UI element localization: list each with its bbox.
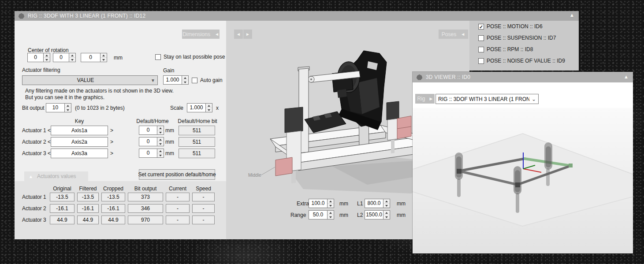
rig-selector-dropdown[interactable]: RIG :: 3DOF WITH 3 LINEAR (1 FRONT) :: I…	[436, 94, 539, 104]
viewer-3d-render[interactable]	[413, 108, 633, 253]
middle-annotation-label: Middle	[248, 173, 261, 178]
table-cell: -13.5	[101, 193, 125, 201]
checkbox-box[interactable]	[155, 54, 161, 60]
table-cell: -	[166, 193, 190, 201]
key-header: Key	[51, 118, 108, 124]
col-filtered: Filtered	[77, 186, 99, 192]
actuators-values-tab[interactable]: ▲ Actuators values	[24, 171, 88, 181]
spinner-down[interactable]	[101, 57, 107, 62]
spinner-down[interactable]	[328, 203, 334, 208]
pose-item-rpm[interactable]: POSE :: RPM :: ID8	[478, 46, 533, 52]
spinner-down[interactable]	[182, 80, 188, 84]
checkbox-box[interactable]	[478, 35, 484, 41]
auto-gain-checkbox[interactable]: Auto gain	[192, 77, 223, 83]
table-cell: 970	[128, 216, 163, 224]
collapse-icon[interactable]: ▲	[624, 74, 629, 79]
spinner-down[interactable]	[157, 141, 164, 146]
l1-unit: mm	[397, 201, 406, 207]
actuator3-key-input[interactable]: Axis3a	[51, 149, 108, 158]
spinner-up[interactable]	[182, 76, 188, 80]
spinner-up[interactable]	[157, 126, 164, 130]
spinner-up[interactable]	[44, 53, 50, 57]
app-hexagon-icon	[416, 74, 423, 81]
spinner-up[interactable]	[157, 138, 164, 141]
spinner-up[interactable]	[157, 149, 164, 153]
table-cell: 44.9	[101, 216, 125, 224]
rig-settings-panel: Dimensions ◄ Center of rotation 0 0 0 mm…	[15, 21, 226, 239]
spinner-up[interactable]	[328, 211, 334, 215]
checkbox-box[interactable]	[478, 47, 484, 52]
rig-selector-button[interactable]: Rig ▶	[415, 94, 435, 104]
actuator1-home-spinner[interactable]: 0	[139, 126, 164, 135]
pose-item-motion[interactable]: ✓ POSE :: MOTION :: ID6	[478, 23, 543, 30]
spinner-up[interactable]	[206, 104, 212, 108]
spinner-up[interactable]	[65, 104, 71, 108]
gain-label: Gain	[163, 67, 174, 74]
actuator-filtering-dropdown[interactable]: VALUE ▼	[22, 75, 158, 85]
rotation-z-spinner[interactable]: 0	[81, 53, 107, 62]
scale-spinner[interactable]: 1.000	[187, 103, 212, 112]
actuator3-home-spinner[interactable]: 0	[139, 149, 164, 158]
spinner-down[interactable]	[383, 203, 390, 208]
range-spinner[interactable]: 50.0	[309, 210, 334, 219]
l1-label: L1	[357, 201, 363, 207]
l1-spinner[interactable]: 800.0	[365, 199, 390, 208]
spinner-down[interactable]	[157, 130, 164, 134]
l2-label: L2	[357, 212, 363, 218]
rig-window-titlebar[interactable]: RIG :: 3DOF WITH 3 LINEAR (1 FRONT) :: I…	[15, 11, 579, 21]
spinner-up[interactable]	[383, 211, 390, 215]
actuator3-home-unit: mm	[165, 150, 174, 156]
spinner-up[interactable]	[101, 53, 107, 57]
extra-label: Extra	[297, 201, 309, 207]
actuator1-key-input[interactable]: Axis1a	[51, 126, 108, 135]
scale-suffix: x	[216, 105, 219, 111]
spinner-up[interactable]	[328, 199, 334, 203]
actuator1-label: Actuator 1 <	[22, 127, 51, 134]
stay-on-last-pose-checkbox[interactable]: Stay on last possible pose	[155, 54, 225, 60]
l2-unit: mm	[397, 212, 406, 218]
l2-spinner[interactable]: 1500.0	[365, 210, 390, 219]
gain-spinner[interactable]: 1.000	[163, 75, 189, 85]
spinner-down[interactable]	[383, 215, 390, 219]
pose-item-suspension[interactable]: POSE :: SUSPENSION :: ID7	[478, 35, 556, 41]
dimensions-button[interactable]: Dimensions ◄	[182, 30, 220, 39]
spinner-down[interactable]	[328, 215, 334, 219]
actuator1-home-unit: mm	[165, 127, 174, 134]
filter-note-line2: But you can see it in the graphics.	[25, 94, 104, 100]
viewer-window: 3D VIEWER :: ID0 ▲ Rig ▶ RIG :: 3DOF WIT…	[413, 72, 633, 253]
viewer-window-title: 3D VIEWER :: ID0	[426, 74, 470, 80]
actuator2-key-input[interactable]: Axis2a	[51, 137, 108, 147]
table-cell: -	[192, 193, 215, 201]
spinner-up[interactable]	[383, 199, 390, 203]
rotation-x-spinner[interactable]: 0	[27, 53, 50, 62]
angle-right-icon: >	[110, 150, 113, 156]
spinner-down[interactable]	[69, 57, 75, 62]
set-home-button[interactable]: Set current position default/home	[139, 169, 215, 180]
viewer-titlebar[interactable]: 3D VIEWER :: ID0 ▲	[413, 72, 633, 82]
rotation-y-spinner[interactable]: 0	[53, 53, 76, 62]
poses-panel: ✓ POSE :: MOTION :: ID6 POSE :: SUSPENSI…	[469, 21, 579, 71]
checkbox-box[interactable]: ✓	[478, 24, 484, 30]
range-label: Range	[290, 212, 306, 218]
spinner-down[interactable]	[206, 108, 212, 112]
pose-item-noise[interactable]: POSE :: NOISE OF VALUE :: ID9	[478, 58, 565, 64]
spinner-down[interactable]	[44, 57, 50, 62]
range-unit: mm	[339, 212, 348, 218]
collapse-icon[interactable]: ▲	[570, 12, 574, 18]
table-cell: -	[166, 216, 190, 224]
table-cell: 346	[128, 204, 163, 213]
actuator2-home-spinner[interactable]: 0	[139, 137, 164, 146]
play-icon: ▶	[430, 97, 433, 101]
col-original: Original	[50, 186, 74, 192]
spinner-up[interactable]	[69, 53, 75, 57]
table-cell: 44.9	[77, 216, 99, 224]
spinner-down[interactable]	[157, 153, 164, 157]
checkbox-box[interactable]	[478, 58, 484, 64]
checkbox-box[interactable]	[192, 78, 197, 83]
spinner-down[interactable]	[65, 108, 71, 112]
table-cell: -	[166, 204, 190, 213]
extra-unit: mm	[339, 201, 348, 207]
bit-output-spinner[interactable]: 10	[46, 103, 71, 112]
extra-spinner[interactable]: 100.0	[309, 199, 334, 208]
bit-output-label: Bit output	[22, 105, 45, 111]
